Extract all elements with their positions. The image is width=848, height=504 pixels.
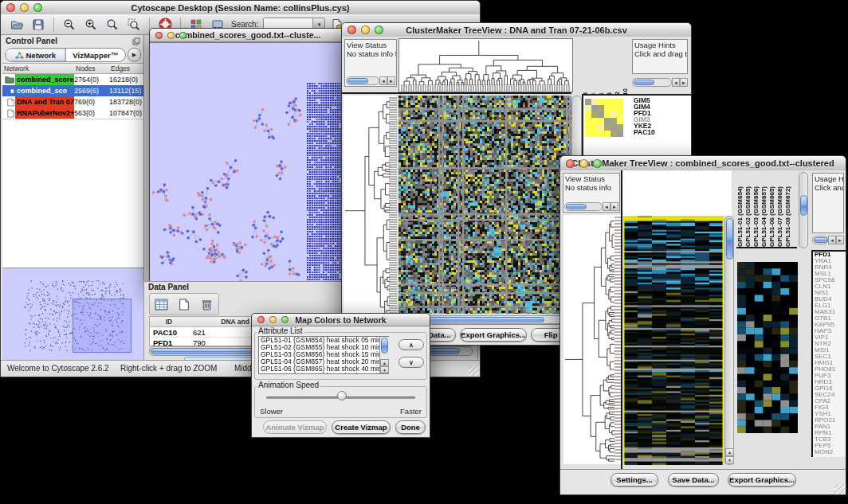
select-attributes-grid-icon[interactable] <box>151 295 171 313</box>
matrix-cell[interactable] <box>585 105 591 111</box>
matrix-cell[interactable] <box>604 131 610 137</box>
usage-hints-scrollbar[interactable]: ◄ ► <box>812 236 844 244</box>
attribute-list[interactable]: GPL51-01 (GSM854) heat shock 05 minGPL51… <box>258 336 389 374</box>
status-hscrollbar[interactable]: ◄ ► <box>346 76 395 85</box>
scroll-left-icon[interactable]: ◄ <box>603 202 610 211</box>
network-list-row-rnapubernov2[interactable]: RNAPuberNov2+563(0)107847(0) <box>2 107 143 119</box>
resize-grip[interactable] <box>834 484 845 494</box>
matrix-cell[interactable] <box>591 111 598 118</box>
scroll-down-icon[interactable]: ▼ <box>380 366 389 373</box>
matrix-cell[interactable] <box>617 111 623 118</box>
resize-grip[interactable] <box>469 365 479 376</box>
attribute-item[interactable]: GPL51-07 (GSM868) heat shock 60 min <box>259 373 388 374</box>
matrix-cell[interactable] <box>598 118 604 124</box>
labels-vscrollbar[interactable] <box>799 172 808 248</box>
matrix-cell[interactable] <box>585 99 591 105</box>
matrix-cell[interactable] <box>610 105 617 111</box>
scroll-right-icon[interactable]: ► <box>836 236 844 244</box>
matrix-cell[interactable] <box>585 111 591 118</box>
network-list-row-combined-sco[interactable]: combined_sco2569(6)13112(15) <box>2 85 143 96</box>
matrix-cell[interactable] <box>598 111 604 118</box>
scrollbar-thumb[interactable] <box>800 195 807 216</box>
row-dendrogram[interactable] <box>563 215 621 464</box>
attribute-list-scrollbar[interactable]: ▲ ▼ <box>379 337 389 373</box>
move-up-button[interactable]: ∧ <box>398 339 424 350</box>
zoom-window-icon[interactable] <box>593 159 602 168</box>
settings-button[interactable]: Settings... <box>610 473 658 486</box>
matrix-cell[interactable] <box>617 99 623 105</box>
network-list-row-dna-and-tran-07[interactable]: DNA and Tran 07769(0)183728(0) <box>2 96 143 107</box>
matrix-cell[interactable] <box>617 131 623 137</box>
scroll-right-icon[interactable]: ► <box>610 202 618 211</box>
matrix-cell[interactable] <box>610 131 617 137</box>
main-titlebar[interactable]: Cytoscape Desktop (Session Name: collins… <box>1 1 480 15</box>
slider-thumb[interactable] <box>337 391 347 400</box>
move-down-button[interactable]: ∨ <box>398 357 424 368</box>
matrix-cell[interactable] <box>610 99 617 105</box>
close-icon[interactable] <box>6 3 15 12</box>
matrix-cell[interactable] <box>610 118 617 124</box>
close-icon[interactable] <box>155 32 163 39</box>
matrix-cell[interactable] <box>617 124 623 131</box>
matrix-cell[interactable] <box>610 111 617 118</box>
matrix-cell[interactable] <box>585 131 591 137</box>
export-graphics-button[interactable]: Export Graphics... <box>728 473 796 486</box>
matrix-cell[interactable] <box>598 99 604 105</box>
matrix-cell[interactable] <box>617 118 623 124</box>
network-graph-canvas[interactable] <box>150 42 344 286</box>
scrollbar-thumb[interactable] <box>726 218 733 260</box>
more-tabs-icon[interactable]: ▶ <box>128 48 141 62</box>
expression-heatmap[interactable] <box>623 216 724 465</box>
matrix-cell[interactable] <box>604 99 610 105</box>
scroll-right-icon[interactable]: ► <box>387 76 395 85</box>
create-vizmap-button[interactable]: Create Vizmap <box>332 420 391 434</box>
gene-label[interactable]: MON2 <box>815 449 846 455</box>
network-list-row-combined-scores[interactable]: combined_scores_2764(0)16218(0) <box>2 74 143 85</box>
scroll-up-icon[interactable]: ▲ <box>380 359 389 366</box>
zoom-window-icon[interactable] <box>375 25 383 34</box>
minimize-icon[interactable] <box>579 159 588 168</box>
birdseye-view[interactable] <box>4 270 141 354</box>
gene-label-list[interactable]: PFD1YRA1RNR4MSL1SPC98CLN1NIS1BUD4ELG1MAK… <box>811 250 846 457</box>
save-data-button[interactable]: Save Data... <box>668 473 719 486</box>
matrix-cell[interactable] <box>591 124 598 131</box>
save-icon[interactable] <box>29 16 48 33</box>
minimize-icon[interactable] <box>269 316 277 323</box>
open-icon[interactable] <box>7 16 26 33</box>
close-icon[interactable] <box>257 316 265 323</box>
scroll-left-icon[interactable]: ◄ <box>379 76 387 85</box>
new-attribute-page-icon[interactable] <box>175 295 194 313</box>
heatmap-vscrollbar[interactable]: ▲ ▼ <box>724 216 734 465</box>
tab-vizmapper[interactable]: VizMapper™ <box>65 49 126 61</box>
dialog-titlebar[interactable]: Map Colors to Network <box>252 314 430 326</box>
treeview-dna-titlebar[interactable]: ClusterMaker TreeView : DNA and Tran 07-… <box>342 23 691 37</box>
matrix-cell[interactable] <box>591 118 598 124</box>
close-icon[interactable] <box>347 25 356 34</box>
similarity-matrix[interactable] <box>585 99 623 137</box>
zoom-selected-icon[interactable] <box>124 16 143 33</box>
matrix-cell[interactable] <box>604 111 610 118</box>
tab-network[interactable]: Network <box>6 49 65 61</box>
zoomed-heatmap[interactable] <box>737 262 798 433</box>
matrix-cell[interactable] <box>598 105 604 111</box>
done-button[interactable]: Done <box>395 420 426 434</box>
zoom-fit-icon[interactable] <box>103 16 122 33</box>
zoom-window-icon[interactable] <box>33 3 42 12</box>
matrix-cell[interactable] <box>598 131 604 137</box>
close-icon[interactable] <box>566 159 575 168</box>
trash-icon[interactable] <box>198 295 217 313</box>
matrix-cell[interactable] <box>604 105 610 111</box>
status-hscrollbar[interactable]: ◄ ► <box>564 202 618 211</box>
matrix-cell[interactable] <box>598 124 604 131</box>
minimize-icon[interactable] <box>20 3 29 12</box>
scroll-up-icon[interactable]: ▲ <box>725 448 734 456</box>
minimize-icon[interactable] <box>167 32 175 39</box>
zoom-window-icon[interactable] <box>281 316 289 323</box>
matrix-cell[interactable] <box>591 131 598 137</box>
export-graphics-button[interactable]: Export Graphics... <box>460 328 527 342</box>
usage-hints-scrollbar[interactable]: ◄ ► <box>632 78 688 87</box>
float-panel-icon[interactable] <box>132 37 140 45</box>
matrix-cell[interactable] <box>604 118 610 124</box>
row-dendrogram[interactable] <box>344 96 397 322</box>
scrollbar-thumb[interactable] <box>381 338 388 354</box>
